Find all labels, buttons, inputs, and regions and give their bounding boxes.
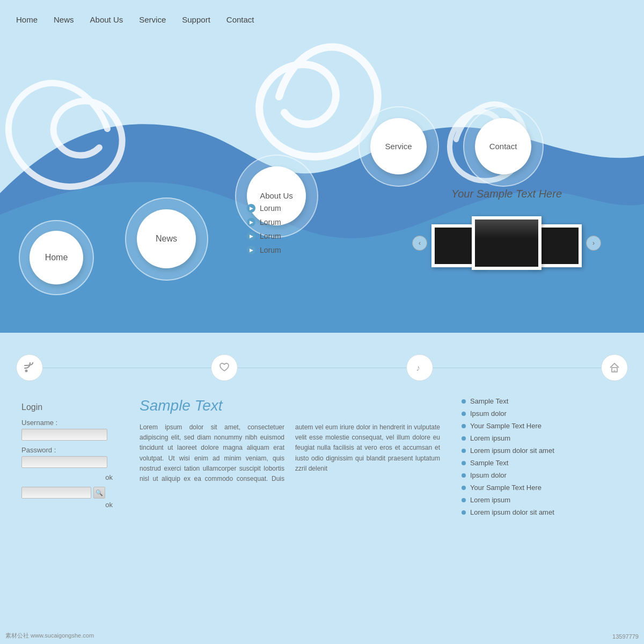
home-button[interactable]: Home bbox=[30, 231, 83, 284]
list-text-4: Lorum bbox=[260, 246, 281, 254]
list-arrow-2: ▶ bbox=[247, 218, 255, 226]
search-row: 🔍 bbox=[21, 487, 118, 499]
right-list-text-8: Lorem ipsum bbox=[470, 496, 510, 504]
heart-icon-button[interactable] bbox=[211, 354, 238, 381]
photo-center bbox=[472, 216, 541, 270]
right-list-text-5: Sample Text bbox=[470, 459, 508, 467]
carousel-heading: Your Sample Text Here bbox=[451, 188, 562, 200]
password-label: Password : bbox=[21, 446, 118, 454]
right-list-item-1[interactable]: Ipsum dolor bbox=[462, 409, 623, 418]
sample-body: Lorem ipsum dolor sit amet, consectetuer… bbox=[140, 422, 440, 484]
sample-text-area: Sample Text Lorem ipsum dolor sit amet, … bbox=[123, 397, 456, 521]
nav-home[interactable]: Home bbox=[16, 15, 38, 24]
photo-carousel-area: Your Sample Text Here ‹ › bbox=[412, 188, 601, 281]
right-list-item-9[interactable]: Lorem ipsum dolor sit amet bbox=[462, 508, 623, 516]
right-list-item-7[interactable]: Your Sample Text Here bbox=[462, 484, 623, 492]
bullet-6 bbox=[462, 473, 466, 478]
bullet-8 bbox=[462, 498, 466, 502]
svg-point-0 bbox=[25, 370, 28, 372]
right-list: Sample Text Ipsum dolor Your Sample Text… bbox=[456, 397, 628, 521]
right-list-text-0: Sample Text bbox=[470, 397, 508, 405]
nav-contact[interactable]: Contact bbox=[226, 15, 254, 24]
list-arrow-4: ▶ bbox=[247, 246, 255, 254]
search-button[interactable]: 🔍 bbox=[93, 487, 105, 499]
nav-about[interactable]: About Us bbox=[90, 15, 123, 24]
bottom-content: Login Username : Password : ok 🔍 ok Samp… bbox=[0, 386, 644, 531]
rss-icon-button[interactable] bbox=[16, 354, 43, 381]
login-ok-button[interactable]: ok bbox=[21, 473, 113, 481]
right-list-item-2[interactable]: Your Sample Text Here bbox=[462, 422, 623, 430]
contact-button[interactable]: Contact bbox=[475, 118, 531, 174]
bullet-3 bbox=[462, 436, 466, 441]
list-item-2[interactable]: ▶ Lorum bbox=[247, 218, 281, 226]
right-list-text-3: Lorem ipsum bbox=[470, 434, 510, 442]
bullet-1 bbox=[462, 412, 466, 416]
login-title: Login bbox=[21, 402, 118, 412]
bullet-9 bbox=[462, 510, 466, 515]
icon-bar: ♪ bbox=[0, 354, 644, 381]
carousel-prev-button[interactable]: ‹ bbox=[412, 236, 427, 251]
bullet-7 bbox=[462, 486, 466, 490]
username-input[interactable] bbox=[21, 429, 107, 441]
list-item-4[interactable]: ▶ Lorum bbox=[247, 246, 281, 254]
list-item-3[interactable]: ▶ Lorum bbox=[247, 232, 281, 240]
right-list-text-1: Ipsum dolor bbox=[470, 409, 507, 418]
icon-bar-line-2 bbox=[238, 368, 406, 368]
list-text-3: Lorum bbox=[260, 232, 281, 240]
svg-text:♪: ♪ bbox=[416, 363, 420, 372]
right-list-text-2: Your Sample Text Here bbox=[470, 422, 541, 430]
top-navigation: Home News About Us Service Support Conta… bbox=[16, 15, 254, 24]
password-input[interactable] bbox=[21, 456, 107, 468]
search-input[interactable] bbox=[21, 487, 91, 499]
username-label: Username : bbox=[21, 419, 118, 427]
right-list-text-9: Lorem ipsum dolor sit amet bbox=[470, 508, 554, 516]
music-icon-button[interactable]: ♪ bbox=[406, 354, 433, 381]
right-list-item-3[interactable]: Lorem ipsum bbox=[462, 434, 623, 442]
nav-news[interactable]: News bbox=[54, 15, 74, 24]
bullet-5 bbox=[462, 461, 466, 465]
photo-carousel: ‹ › bbox=[412, 206, 601, 281]
watermark-right: 13597779 bbox=[612, 633, 639, 640]
sample-title: Sample Text bbox=[140, 397, 440, 414]
wave-background bbox=[0, 32, 644, 333]
icon-bar-line-3 bbox=[433, 368, 601, 368]
news-button[interactable]: News bbox=[137, 209, 196, 268]
nav-support[interactable]: Support bbox=[182, 15, 210, 24]
right-list-text-6: Ipsum dolor bbox=[470, 471, 507, 479]
list-text-2: Lorum bbox=[260, 218, 281, 226]
bullet-4 bbox=[462, 449, 466, 453]
list-item-1[interactable]: ▶ Lorum bbox=[247, 204, 281, 213]
right-list-item-5[interactable]: Sample Text bbox=[462, 459, 623, 467]
svg-rect-3 bbox=[613, 370, 616, 372]
right-list-item-8[interactable]: Lorem ipsum bbox=[462, 496, 623, 504]
icon-bar-line-1 bbox=[43, 368, 211, 368]
list-arrow-3: ▶ bbox=[247, 232, 255, 240]
search-ok-button[interactable]: ok bbox=[21, 501, 113, 509]
login-box: Login Username : Password : ok 🔍 ok bbox=[16, 397, 123, 521]
bullet-2 bbox=[462, 424, 466, 428]
right-list-item-6[interactable]: Ipsum dolor bbox=[462, 471, 623, 479]
service-button[interactable]: Service bbox=[370, 118, 427, 174]
nav-service[interactable]: Service bbox=[139, 15, 166, 24]
watermark-left: 素材公社 www.sucaigongshe.com bbox=[5, 632, 94, 640]
right-list-text-4: Lorem ipsum dolor sit amet bbox=[470, 447, 554, 455]
right-list-text-7: Your Sample Text Here bbox=[470, 484, 541, 492]
list-area: ▶ Lorum ▶ Lorum ▶ Lorum ▶ Lorum bbox=[247, 204, 281, 260]
list-text-1: Lorum bbox=[260, 204, 281, 213]
list-arrow-1: ▶ bbox=[247, 204, 255, 213]
bullet-0 bbox=[462, 399, 466, 404]
right-list-item-0[interactable]: Sample Text bbox=[462, 397, 623, 405]
home-icon-button[interactable] bbox=[601, 354, 628, 381]
right-list-item-4[interactable]: Lorem ipsum dolor sit amet bbox=[462, 447, 623, 455]
carousel-next-button[interactable]: › bbox=[586, 236, 601, 251]
